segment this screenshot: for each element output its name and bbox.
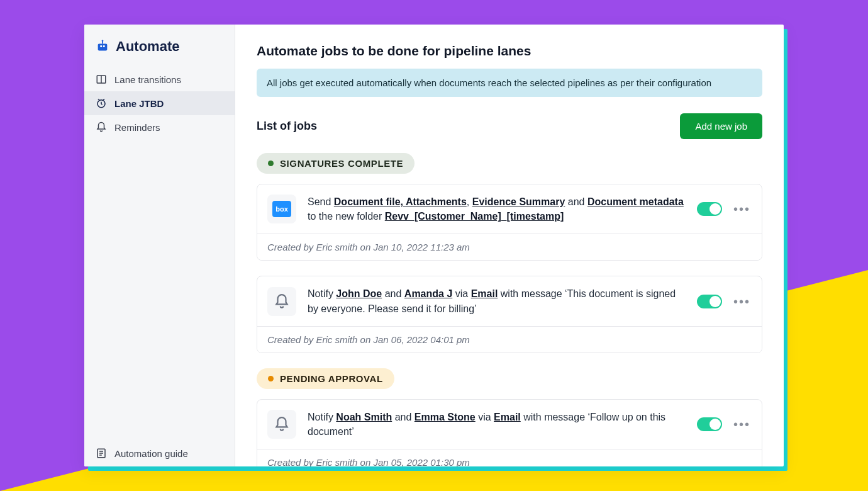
job-description-text: Notify	[308, 412, 336, 422]
sidebar-item-label: Reminders	[114, 122, 160, 133]
bell-icon	[274, 416, 290, 432]
svg-rect-1	[100, 45, 102, 47]
job-description-link[interactable]: Amanda J	[404, 288, 452, 299]
brand: Automate	[84, 25, 235, 65]
box-integration-icon: box	[267, 195, 296, 223]
sidebar-footer-label: Automation guide	[114, 448, 188, 459]
brand-label: Automate	[116, 38, 179, 55]
job-more-menu[interactable]: •••	[733, 418, 750, 431]
bell-icon	[274, 293, 290, 310]
job-meta: Created by Eric smith on Jan 05, 2022 01…	[257, 449, 762, 466]
list-title: List of jobs	[257, 120, 317, 133]
lane-pill: PENDING APPROVAL	[257, 368, 394, 389]
job-description-link[interactable]: Document file, Attachments	[334, 196, 467, 207]
job-toggle[interactable]	[697, 202, 722, 216]
notify-icon	[267, 410, 296, 439]
job-body: boxSend Document file, Attachments, Evid…	[257, 184, 762, 234]
job-more-menu[interactable]: •••	[733, 295, 750, 308]
svg-rect-3	[102, 42, 103, 44]
main-content: Automate jobs to be done for pipeline la…	[235, 25, 784, 466]
job-card: Notify John Doe and Amanda J via Email w…	[257, 276, 762, 353]
sidebar-footer-automation-guide[interactable]: Automation guide	[84, 440, 235, 466]
job-description-link[interactable]: Revv_[Customer_Name]_[timestamp]	[385, 211, 564, 222]
sidebar-item-lane-jtbd[interactable]: Lane JTBD	[84, 91, 235, 115]
job-card: Notify Noah Smith and Emma Stone via Ema…	[257, 399, 762, 466]
sidebar-item-lane-transitions[interactable]: Lane transitions	[84, 67, 235, 91]
job-body: Notify John Doe and Amanda J via Email w…	[257, 276, 762, 325]
job-description: Notify Noah Smith and Emma Stone via Ema…	[308, 410, 686, 439]
info-banner: All jobs get executed automatically when…	[257, 69, 762, 97]
job-description-link[interactable]: Document metadata	[587, 196, 684, 207]
job-description-link[interactable]: Email	[471, 288, 498, 299]
job-controls: •••	[697, 417, 750, 431]
job-description: Notify John Doe and Amanda J via Email w…	[308, 286, 686, 315]
bell-icon	[96, 121, 107, 133]
status-dot-icon	[268, 376, 274, 381]
sidebar-nav: Lane transitions Lane JTBD Reminders	[84, 65, 235, 139]
sidebar: Automate Lane transitions Lane JTBD Remi…	[84, 25, 235, 466]
job-description-text: ,	[467, 196, 472, 207]
svg-rect-0	[98, 43, 108, 50]
app-window: Automate Lane transitions Lane JTBD Remi…	[84, 25, 784, 466]
job-description-text: Notify	[308, 288, 336, 299]
job-controls: •••	[697, 295, 750, 308]
page-title: Automate jobs to be done for pipeline la…	[257, 43, 762, 59]
sidebar-item-label: Lane JTBD	[114, 98, 164, 109]
job-description-link[interactable]: John Doe	[336, 288, 382, 299]
job-description-text: Send	[308, 196, 334, 207]
job-controls: •••	[697, 202, 750, 216]
job-description-text: via	[476, 412, 494, 422]
status-dot-icon	[268, 161, 274, 166]
box-logo-icon: box	[272, 201, 291, 217]
job-card: boxSend Document file, Attachments, Evid…	[257, 184, 762, 261]
columns-icon	[96, 74, 107, 85]
lane-name: PENDING APPROVAL	[280, 373, 383, 384]
job-more-menu[interactable]: •••	[733, 203, 750, 215]
svg-rect-2	[103, 45, 105, 47]
job-description-link[interactable]: Email	[494, 412, 521, 422]
job-description-text: via	[452, 288, 470, 299]
job-toggle[interactable]	[697, 295, 722, 308]
job-description-link[interactable]: Noah Smith	[336, 412, 392, 422]
notify-icon	[267, 287, 296, 316]
job-description-link[interactable]: Evidence Summary	[472, 196, 565, 207]
job-description: Send Document file, Attachments, Evidenc…	[308, 195, 686, 223]
add-new-job-button[interactable]: Add new job	[680, 113, 762, 139]
guide-icon	[96, 448, 107, 459]
job-meta: Created by Eric smith on Jan 06, 2022 04…	[257, 326, 762, 353]
lanes-container: SIGNATURES COMPLETEboxSend Document file…	[257, 153, 762, 466]
svg-point-4	[102, 40, 104, 42]
sidebar-item-reminders[interactable]: Reminders	[84, 115, 235, 139]
job-description-text: and	[392, 412, 415, 422]
job-description-text: and	[565, 196, 587, 207]
sidebar-item-label: Lane transitions	[114, 74, 181, 85]
list-header: List of jobs Add new job	[257, 113, 762, 139]
robot-icon	[96, 40, 109, 54]
lane-pill: SIGNATURES COMPLETE	[257, 153, 415, 174]
job-description-text: to the new folder	[308, 211, 385, 222]
job-meta: Created by Eric smith on Jan 10, 2022 11…	[257, 234, 762, 260]
job-description-text: and	[382, 288, 404, 299]
job-toggle[interactable]	[697, 417, 722, 431]
job-body: Notify Noah Smith and Emma Stone via Ema…	[257, 400, 762, 449]
clock-icon	[96, 98, 107, 109]
lane-name: SIGNATURES COMPLETE	[280, 158, 403, 169]
job-description-link[interactable]: Emma Stone	[415, 412, 476, 422]
